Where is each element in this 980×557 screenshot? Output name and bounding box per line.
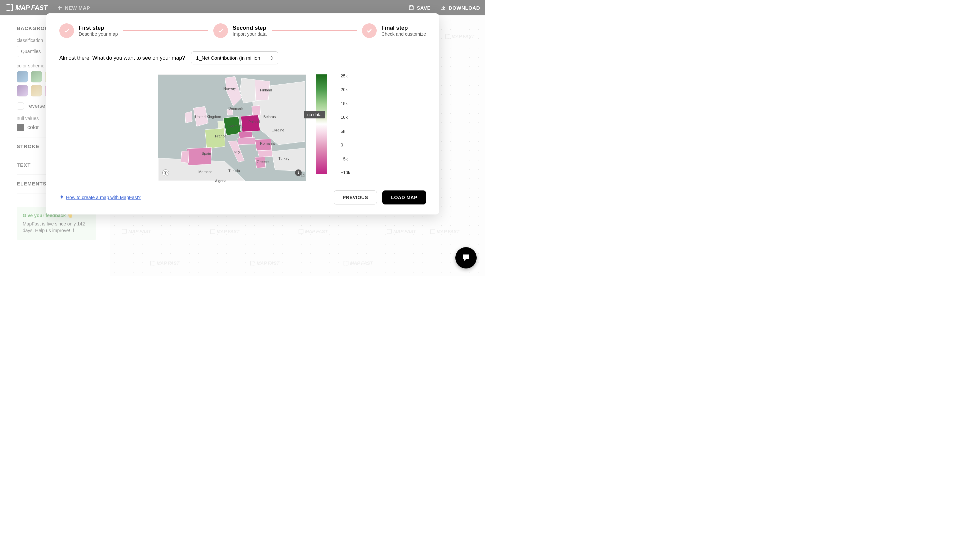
- chat-bubble-button[interactable]: [455, 247, 477, 269]
- lightbulb-icon: [59, 195, 64, 200]
- previous-button[interactable]: PREVIOUS: [334, 191, 377, 204]
- modal-prompt: Almost there! What do you want to see on…: [59, 55, 185, 61]
- map-info-button[interactable]: [295, 169, 302, 176]
- step-check-icon: [362, 23, 376, 38]
- step-title: First step: [79, 25, 118, 31]
- step-subtitle: Describe your map: [79, 31, 118, 37]
- legend-gradient: [316, 74, 327, 174]
- legend-tick: 0: [341, 142, 343, 147]
- chat-icon: [461, 253, 471, 262]
- info-icon: [297, 171, 300, 174]
- legend-tick: 15k: [341, 101, 348, 106]
- load-map-button[interactable]: LOAD MAP: [382, 191, 426, 204]
- step-connector: [123, 30, 208, 31]
- step-3: Final stepCheck and customize: [362, 23, 426, 38]
- step-2: Second stepImport your data: [213, 23, 267, 38]
- legend-tick: 5k: [341, 129, 346, 134]
- modal-overlay: First stepDescribe your mapSecond stepIm…: [0, 0, 485, 276]
- select-chevrons-icon: [270, 56, 273, 60]
- data-select-value: 1_Net Contribution (in million: [196, 55, 260, 61]
- step-1: First stepDescribe your map: [59, 23, 118, 38]
- svg-rect-6: [298, 173, 299, 174]
- step-check-icon: [213, 23, 228, 38]
- legend-tick: 25k: [341, 73, 348, 78]
- no-data-badge: no data: [304, 111, 325, 119]
- color-legend: 25k20k15k10k5k0−5k−10k: [316, 74, 327, 181]
- legend-tick: −5k: [341, 156, 348, 161]
- wizard-modal: First stepDescribe your mapSecond stepIm…: [46, 13, 439, 215]
- legend-tick: 20k: [341, 87, 348, 92]
- map-preview-area: no data NorwayFinlandDenmarkUnited Kingd…: [59, 74, 426, 181]
- step-title: Second step: [233, 25, 267, 31]
- stepper: First stepDescribe your mapSecond stepIm…: [59, 23, 426, 38]
- data-column-select[interactable]: 1_Net Contribution (in million: [191, 51, 278, 64]
- map-rotate-button[interactable]: [162, 169, 169, 176]
- map-preview: no data NorwayFinlandDenmarkUnited Kingd…: [158, 74, 306, 181]
- help-link-text: How to create a map with MapFast?: [66, 195, 141, 200]
- europe-map-svg: [158, 75, 306, 181]
- svg-point-5: [298, 171, 299, 172]
- compass-icon: [164, 171, 168, 175]
- step-connector: [272, 30, 357, 31]
- legend-tick: −10k: [341, 170, 350, 175]
- legend-tick: 10k: [341, 115, 348, 120]
- help-link[interactable]: How to create a map with MapFast?: [59, 195, 141, 200]
- step-subtitle: Check and customize: [381, 31, 426, 37]
- step-subtitle: Import your data: [233, 31, 267, 37]
- step-title: Final step: [381, 25, 426, 31]
- step-check-icon: [59, 23, 74, 38]
